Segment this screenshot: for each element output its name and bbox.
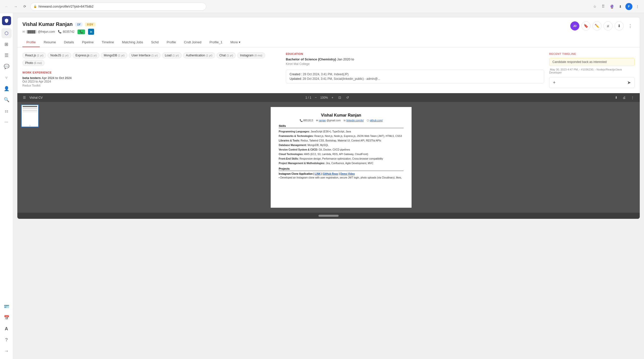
sidebar-item-home[interactable]: ⬡: [2, 28, 12, 38]
tab-cndt-joined[interactable]: Cndt Joined: [180, 38, 205, 47]
download-profile-button[interactable]: ⬇: [615, 21, 624, 30]
cv-scrollbar-thumb[interactable]: [318, 215, 339, 217]
cv-demo-link[interactable]: Demo Video: [340, 172, 355, 175]
cv-linkedin-link[interactable]: linkedin.com/in/: [346, 119, 364, 122]
education-title: EDUCATION: [286, 52, 544, 55]
comment-input[interactable]: [556, 81, 627, 85]
cv-rotate-button[interactable]: ↺: [345, 95, 350, 100]
email-contact: ✉ ████ @frejun.com: [22, 30, 55, 33]
menu-button[interactable]: ⋮: [634, 3, 641, 10]
skill-ui: User Interface (1 yr): [129, 52, 160, 58]
cv-download-button[interactable]: ⬇: [613, 95, 619, 100]
tab-pipeline[interactable]: Pipeline: [78, 38, 98, 47]
cv-project-link[interactable]: LINK: [315, 172, 321, 175]
cv-github-link[interactable]: github.com/: [370, 119, 383, 122]
sidebar-item-people[interactable]: 👤: [2, 84, 12, 94]
cv-print-button[interactable]: 🖨: [621, 95, 627, 100]
tab-profile[interactable]: Profile: [22, 38, 40, 47]
logo-icon: [4, 18, 9, 23]
bookmark-button[interactable]: 🔖: [581, 21, 590, 30]
grid-icon: ⊞: [5, 42, 8, 47]
cv-zoom-in-button[interactable]: +: [330, 95, 335, 100]
work-company-1: beta testers Apr 2024 to Oct 2024: [22, 76, 281, 80]
work-tech: Redux Toolkit: [22, 84, 281, 87]
tab-profile-2[interactable]: Profile: [163, 38, 180, 47]
created-row: Created : 28 Oct 2024, 3:41 PM, Indeed(J…: [290, 73, 540, 76]
download-button[interactable]: ⬇: [617, 3, 624, 10]
sidebar-item-more[interactable]: ···: [2, 117, 12, 127]
tab-timeline[interactable]: Timeline: [98, 38, 118, 47]
tab-profile-1[interactable]: Profile_1: [206, 38, 226, 47]
sidebar-item-font[interactable]: A: [2, 324, 12, 334]
call-button[interactable]: 📞: [77, 29, 85, 34]
sidebar-item-analytics[interactable]: ⚏: [2, 106, 12, 116]
cv-github-repo-link[interactable]: GitHub Repo: [323, 172, 338, 175]
linkedin-button[interactable]: in: [88, 29, 94, 35]
cv-fit-button[interactable]: ⊡: [337, 95, 343, 100]
add-comment-button[interactable]: +: [553, 80, 556, 85]
more-icon: ···: [5, 119, 8, 125]
send-comment-button[interactable]: ➤: [627, 80, 631, 85]
sidebar-item-profile-pic[interactable]: 🪪: [2, 302, 12, 312]
sidebar-item-arrow[interactable]: →: [2, 346, 12, 356]
timeline-event: Candidate responded back as interested: [549, 58, 635, 66]
address-bar[interactable]: 🔒 hirewand.com/profileV2?pid=6475db2: [30, 3, 206, 11]
cv-zoom-out-button[interactable]: −: [313, 95, 318, 100]
user-avatar[interactable]: F: [625, 3, 632, 10]
tab-schd[interactable]: Schd: [147, 38, 163, 47]
cv-skill-row-4: Database Management: MongoDB, MySQL: [279, 143, 404, 147]
extension-button[interactable]: ⠿: [600, 3, 607, 10]
network-icon: ⑂: [5, 76, 8, 80]
tag-button[interactable]: #: [603, 21, 613, 30]
skill-express: Express.js (1 yr): [73, 52, 99, 58]
cv-more-button[interactable]: ⋮: [629, 95, 636, 100]
email-domain: @frejun.com: [38, 30, 55, 33]
cv-thumb-preview: [22, 105, 38, 124]
cv-page-total: 1: [310, 96, 311, 99]
cv-thumbnail-1[interactable]: 1: [21, 104, 39, 127]
refresh-button[interactable]: ⟳: [21, 3, 28, 10]
app-logo[interactable]: [2, 16, 11, 25]
cv-main: Vishal Kumar Ranjan 📞 8851813 ✉ ranjan@g…: [43, 102, 640, 213]
cv-project-1-title: Instagram Clone Application | LINK | Git…: [279, 172, 404, 175]
sidebar-item-calendar[interactable]: 📅: [2, 313, 12, 323]
profile-content: React.js (1 yr) NodeJS (1 yr) Express.js…: [17, 47, 640, 93]
skill-instagram: Instagram (6 mo): [237, 52, 265, 58]
profile-info: Vishal Kumar Ranjan 1Y 0 DY ✉ ████ @frej…: [22, 21, 95, 35]
jd-button[interactable]: JD: [570, 21, 579, 30]
skill-tags: React.js (1 yr) NodeJS (1 yr) Express.js…: [22, 52, 281, 66]
cv-email-link[interactable]: ranjan: [319, 119, 326, 122]
cv-page-indicator: 1 / 1: [305, 96, 311, 99]
cv-viewer: ☰ Vishal CV 1 / 1 − 100% + ⊡ ↺ ⬇ 🖨 ⋮: [17, 93, 640, 219]
updated-value: 28 Oct 2024, 3:41 PM, Social(linkedin_pu…: [303, 77, 380, 81]
sidebar-item-list[interactable]: ☰: [2, 50, 12, 60]
home-icon: ⬡: [5, 30, 9, 36]
tab-more[interactable]: More ▾: [226, 38, 245, 47]
cv-skill-row-3: Libraries & Tools: Redux, Tailwind CSS, …: [279, 139, 404, 142]
cv-skill-row-5: Version Control System & CI/CD: Git, Doc…: [279, 148, 404, 152]
tab-matching-jobs[interactable]: Matching Jobs: [118, 38, 147, 47]
profiles-button[interactable]: 🔮: [608, 3, 615, 10]
sidebar-item-dashboard[interactable]: ⊞: [2, 39, 12, 49]
star-button[interactable]: ☆: [591, 3, 598, 10]
cv-toolbar-right: ⬇ 🖨 ⋮: [613, 95, 636, 100]
tab-resume[interactable]: Resume: [40, 38, 60, 47]
edit-button[interactable]: ✏️: [592, 21, 601, 30]
cv-linkedin-item: in linkedin.com/in/: [344, 119, 364, 122]
cv-doc-candidate-name: Vishal Kumar Ranjan: [279, 113, 404, 118]
more-options-button[interactable]: ⋮: [626, 21, 635, 30]
skill-auth: Authentication (1 yr): [183, 52, 215, 58]
forward-button[interactable]: →: [12, 3, 19, 10]
search-icon: 🔍: [4, 97, 9, 102]
tab-details[interactable]: Details: [60, 38, 78, 47]
work-dates-2: Oct 2023 to Apr 2024: [22, 80, 281, 83]
back-button[interactable]: ←: [3, 3, 10, 10]
profile-contact: ✉ ████ @frejun.com 📞 8035742 📞 in: [22, 29, 95, 35]
sidebar-item-messages[interactable]: 💬: [2, 61, 12, 71]
sidebar-item-search[interactable]: 🔍: [2, 95, 12, 105]
sidebar-item-help[interactable]: ?: [2, 335, 12, 345]
cv-phone-item: 📞 8851813: [300, 119, 313, 122]
cv-email-item: ✉ ranjan@gmail.com: [316, 119, 341, 122]
sidebar-item-network[interactable]: ⑂: [2, 73, 12, 83]
cv-menu-button[interactable]: ☰: [21, 95, 27, 100]
